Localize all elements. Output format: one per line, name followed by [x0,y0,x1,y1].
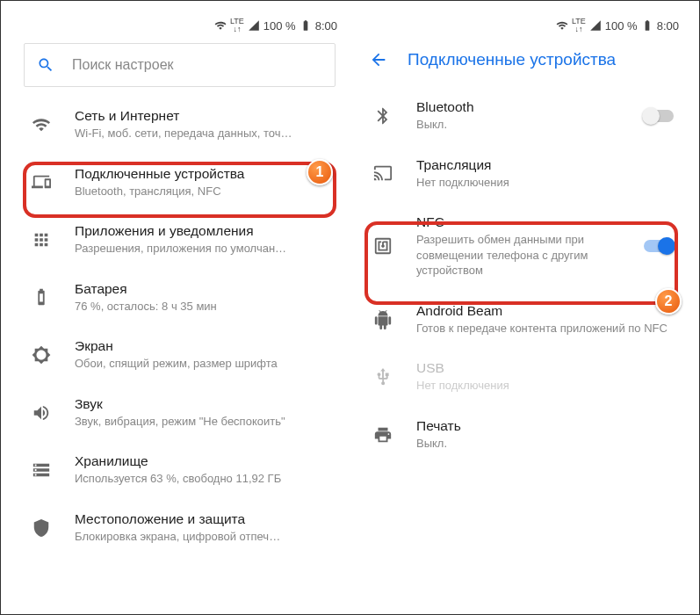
apps-icon [32,230,51,250]
item-nfc[interactable]: NFCРазрешить обмен данными при совмещени… [357,202,686,291]
page-title: Подключенные устройства [408,50,616,69]
battery-pct: 100 % [605,19,638,33]
connected-list: BluetoothВыкл. ТрансляцияНет подключения… [357,83,686,463]
battery-icon [32,287,51,307]
lte-indicator: LTE↓↑ [572,18,586,33]
item-connected-devices[interactable]: Подключенные устройстваBluetooth, трансл… [15,154,344,212]
storage-icon [32,460,51,480]
item-storage[interactable]: ХранилищеИспользуется 63 %, свободно 11,… [15,441,344,499]
wifi-icon [556,19,568,32]
item-display[interactable]: ЭкранОбои, спящий режим, размер шрифта [15,326,344,384]
signal-icon [589,19,602,32]
clock: 8:00 [657,19,679,33]
search-placeholder: Поиск настроек [72,57,174,73]
item-print[interactable]: ПечатьВыкл. [357,406,686,464]
usb-icon [373,367,393,387]
bluetooth-toggle[interactable] [644,110,674,122]
print-icon [373,425,393,445]
sound-icon [32,403,51,423]
status-bar: LTE↓↑ 100 % 8:00 [357,15,686,36]
item-battery[interactable]: Батарея76 %, осталось: 8 ч 35 мин [15,269,344,327]
item-android-beam[interactable]: Android BeamГотов к передаче контента пр… [357,291,686,349]
settings-list: Сеть и ИнтернетWi-Fi, моб. сети, передач… [15,92,344,556]
cast-icon [373,163,393,183]
devices-icon [32,172,51,192]
back-icon[interactable] [369,50,388,69]
item-network[interactable]: Сеть и ИнтернетWi-Fi, моб. сети, передач… [15,96,344,154]
item-usb: USBНет подключения [357,348,686,406]
item-apps[interactable]: Приложения и уведомленияРазрешения, прил… [15,211,344,269]
phone-settings-main: LTE↓↑ 100 % 8:00 Поиск настроек Сеть и И… [15,15,344,600]
lte-indicator: LTE↓↑ [230,18,244,33]
security-icon [32,518,51,538]
phone-connected-devices: LTE↓↑ 100 % 8:00 Подключенные устройства… [357,15,686,600]
clock: 8:00 [315,19,337,33]
battery-icon [299,19,312,32]
battery-pct: 100 % [263,19,296,33]
wifi-icon [214,19,227,32]
item-cast[interactable]: ТрансляцияНет подключения [357,145,686,203]
item-bluetooth[interactable]: BluetoothВыкл. [357,87,686,145]
item-security[interactable]: Местоположение и защитаБлокировка экрана… [15,499,344,557]
nfc-toggle[interactable] [644,240,674,252]
bluetooth-icon [373,106,393,126]
search-icon [37,56,54,74]
wifi-icon [32,115,51,134]
search-settings[interactable]: Поиск настроек [24,43,336,87]
item-sound[interactable]: ЗвукЗвук, вибрация, режим "Не беспокоить… [15,384,344,442]
status-bar: LTE↓↑ 100 % 8:00 [15,15,344,36]
signal-icon [248,19,260,32]
battery-icon [641,19,653,32]
android-icon [373,310,393,329]
brightness-icon [32,345,51,365]
app-bar: Подключенные устройства [357,36,686,83]
nfc-icon [373,236,393,256]
